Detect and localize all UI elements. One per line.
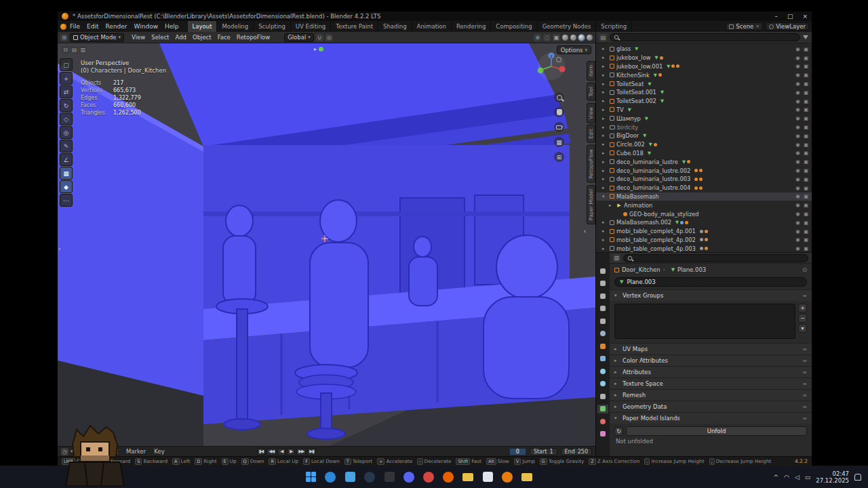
- outliner-row[interactable]: ▸jukebox_low.001▼◉▣: [596, 62, 812, 71]
- taskbar-icon-epic-games[interactable]: [382, 470, 396, 484]
- expand-caret-icon[interactable]: ▸: [602, 55, 608, 60]
- wifi-icon[interactable]: ◠: [784, 474, 789, 481]
- section-header[interactable]: ▾Vertex Groups≡: [610, 290, 812, 301]
- disable-render-icon[interactable]: ▣: [804, 46, 808, 52]
- outliner-row[interactable]: ▸ToiletSeat▼◉▣: [596, 79, 812, 88]
- gizmo-toggle-icon[interactable]: ⊕: [534, 34, 541, 41]
- retopoflow-tool[interactable]: ◆: [60, 180, 73, 193]
- outliner-row[interactable]: ▸BigDoor▼◉▣: [596, 131, 812, 140]
- workspace-tab-sculpting[interactable]: Sculpting: [254, 21, 291, 32]
- section-header[interactable]: ▸Attributes≡: [610, 367, 812, 378]
- disable-render-icon[interactable]: ▣: [804, 159, 808, 165]
- outliner-row[interactable]: ▸ToiletSeat.001▼◉▣: [596, 88, 812, 97]
- view-layer-tab[interactable]: [597, 304, 608, 313]
- hide-eye-icon[interactable]: ◉: [795, 237, 800, 243]
- menu-edit[interactable]: Edit: [83, 23, 102, 30]
- play-reverse-button[interactable]: ◀: [277, 448, 285, 455]
- editor-type-icon[interactable]: ⊞: [60, 34, 68, 41]
- disable-render-icon[interactable]: ▣: [804, 220, 808, 226]
- taskbar-icon-firefox-browser[interactable]: [441, 470, 455, 484]
- object-tab[interactable]: [597, 342, 608, 350]
- render-tab[interactable]: [597, 279, 608, 288]
- ortho-toggle-icon[interactable]: ▦: [554, 137, 564, 147]
- menu-file[interactable]: File: [66, 23, 83, 30]
- hide-eye-icon[interactable]: ◉: [795, 142, 800, 148]
- taskbar-icon-start[interactable]: [304, 470, 317, 484]
- viewport-3d[interactable]: ⊟ ▤ ▥ Options ▾ ▸: [58, 43, 595, 446]
- grid-toggle-icon[interactable]: ⊞: [554, 152, 564, 162]
- disable-render-icon[interactable]: ▣: [804, 185, 808, 191]
- mode-dropdown[interactable]: Object Mode ▾: [70, 33, 124, 42]
- section-menu-icon[interactable]: ≡: [802, 293, 807, 299]
- outliner-row[interactable]: ▸mobi_table_complet_4p.002◉▣: [596, 236, 812, 245]
- taskbar-icon-steam[interactable]: [363, 470, 376, 484]
- expand-caret-icon[interactable]: ▸: [602, 185, 608, 190]
- hide-eye-icon[interactable]: ◉: [795, 133, 800, 139]
- sidebar-tab-tool[interactable]: Tool: [587, 83, 595, 101]
- expand-caret-icon[interactable]: ▸: [602, 64, 608, 69]
- outliner-row[interactable]: GEO-body_mala_stylized◉▣: [596, 209, 812, 218]
- camera-view-icon[interactable]: [554, 122, 564, 132]
- disable-render-icon[interactable]: ▣: [804, 237, 808, 243]
- next-keyframe-button[interactable]: ▶▶: [296, 448, 306, 455]
- disable-render-icon[interactable]: ▣: [804, 98, 808, 104]
- sidebar-tab-paper-model[interactable]: Paper Model: [587, 185, 595, 224]
- output-tab[interactable]: [597, 291, 608, 300]
- hide-eye-icon[interactable]: ◉: [795, 150, 800, 156]
- disable-render-icon[interactable]: ▣: [804, 124, 808, 130]
- breadcrumb-collection[interactable]: Door_Kitchen: [622, 266, 660, 273]
- expand-caret-icon[interactable]: ▸: [602, 228, 608, 234]
- transform-tool[interactable]: ◎: [60, 126, 73, 139]
- refresh-icon[interactable]: ↻: [614, 427, 623, 436]
- outliner-row[interactable]: ▸jukebox_low▼◉▣: [596, 54, 812, 62]
- scene-selector[interactable]: Scene ×: [726, 22, 763, 30]
- shading-rendered-icon[interactable]: [587, 35, 593, 41]
- taskbar-icon-media-folder[interactable]: [520, 470, 534, 484]
- section-menu-icon[interactable]: ≡: [802, 381, 807, 387]
- jump-start-button[interactable]: ▮◀: [257, 448, 266, 455]
- outliner-row[interactable]: ▸deco_luminaria_lustre▼◉▣: [596, 157, 812, 166]
- expand-caret-icon[interactable]: ▸: [602, 220, 608, 225]
- modifiers-tab[interactable]: [597, 354, 608, 363]
- sidebar-tab-edit[interactable]: Edit: [587, 125, 595, 143]
- volume-icon[interactable]: ◁: [795, 474, 800, 481]
- disable-render-icon[interactable]: ▣: [804, 115, 808, 121]
- world-tab[interactable]: [597, 329, 608, 338]
- pin-icon[interactable]: ⊙: [802, 266, 807, 273]
- section-menu-icon[interactable]: ≡: [802, 369, 807, 375]
- orientation-dropdown[interactable]: Global ▾: [284, 33, 314, 42]
- outliner-row[interactable]: ▾MalaBasemash◉▣: [596, 192, 812, 201]
- disable-render-icon[interactable]: ▣: [804, 211, 808, 217]
- section-header[interactable]: ▸Texture Space≡: [610, 378, 812, 389]
- disable-render-icon[interactable]: ▣: [804, 72, 808, 78]
- pan-hand-icon[interactable]: [554, 107, 564, 117]
- timeline-menu-key[interactable]: Key: [151, 448, 167, 455]
- hide-eye-icon[interactable]: ◉: [795, 89, 800, 96]
- expand-caret-icon[interactable]: ▸: [602, 142, 608, 147]
- expand-caret-icon[interactable]: ▸: [609, 203, 614, 208]
- outliner-row[interactable]: ▸Шампур▼◉▣: [596, 114, 812, 123]
- workspace-tab-layout[interactable]: Layout: [188, 21, 218, 32]
- expand-caret-icon[interactable]: ▸: [602, 168, 608, 174]
- extra-tool[interactable]: ⋯: [60, 194, 73, 207]
- outliner-row[interactable]: ▸Circle.002▼◉▣: [596, 140, 812, 149]
- select-box-tool[interactable]: ▢: [60, 58, 73, 71]
- frame-start-field[interactable]: Start1: [530, 448, 557, 455]
- expand-caret-icon[interactable]: ▸: [602, 159, 608, 165]
- add-button[interactable]: +: [798, 304, 807, 312]
- material-tab[interactable]: [597, 417, 608, 426]
- outliner-row[interactable]: ▸deco_luminaria_lustre.002◉▣: [596, 166, 812, 175]
- hide-eye-icon[interactable]: ◉: [795, 106, 800, 113]
- battery-icon[interactable]: ▭: [805, 474, 811, 481]
- proportional-edit-icon[interactable]: ◎: [326, 34, 333, 41]
- taskbar-icon-discord[interactable]: [402, 470, 416, 484]
- disable-render-icon[interactable]: ▣: [804, 81, 808, 87]
- add-cube-tool[interactable]: ▦: [60, 167, 73, 180]
- viewport-menu-select[interactable]: Select: [149, 34, 172, 41]
- outliner-editor-icon[interactable]: ▤: [599, 34, 607, 41]
- section-header[interactable]: ▸Geometry Data≡: [610, 401, 812, 412]
- taskbar-icon-notepad[interactable]: [481, 470, 494, 484]
- hide-eye-icon[interactable]: ◉: [795, 211, 800, 217]
- hide-eye-icon[interactable]: ◉: [795, 115, 800, 121]
- texture-tab[interactable]: [597, 430, 608, 439]
